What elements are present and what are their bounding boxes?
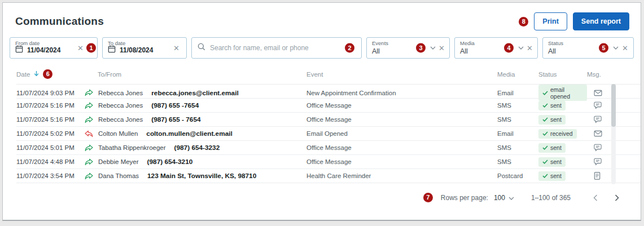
status-badge: received: [538, 129, 577, 139]
sort-desc-icon[interactable]: [34, 70, 39, 78]
row-contact: 123 Main St, Townsville, KS, 98710: [147, 172, 256, 180]
print-button[interactable]: Print: [534, 12, 567, 30]
next-page-icon[interactable]: [615, 194, 619, 201]
status-text: sent: [550, 102, 562, 109]
table-row[interactable]: 11/07/2024 3:54 PM Dana Thomas 123 Main …: [16, 169, 641, 183]
outgoing-arrow-icon: [84, 89, 93, 96]
row-contact: (987) 655 -7654: [151, 101, 199, 109]
communications-page: Communications 8 Print Send report From …: [2, 2, 641, 221]
row-contact: colton.mullen@client.email: [146, 130, 232, 138]
table-row[interactable]: 11/07/2024 9:03 PM Rebecca Jones rebecca…: [16, 85, 641, 99]
chevron-down-icon[interactable]: [613, 46, 619, 50]
row-name: Rebecca Jones: [98, 102, 143, 109]
check-icon: [542, 144, 548, 151]
annotation-badge-2: 2: [345, 43, 354, 53]
envelope-icon[interactable]: [594, 90, 602, 96]
row-event: Email Opened: [306, 130, 497, 137]
row-name: Tabatha Rippenkroeger: [98, 144, 166, 151]
check-icon: [542, 102, 548, 109]
clear-from-date-icon[interactable]: ✕: [77, 45, 84, 52]
sms-bubble-icon[interactable]: [594, 101, 602, 109]
sms-bubble-icon[interactable]: [594, 116, 602, 123]
postcard-icon[interactable]: [594, 172, 601, 180]
row-media: Email: [497, 130, 538, 137]
rows-per-page-label: Rows per page:: [441, 194, 488, 202]
check-icon: [542, 90, 548, 96]
column-header-status: Status: [538, 71, 587, 78]
row-event: New Appointment Confirmation: [306, 90, 497, 96]
row-name: Debbie Meyer: [98, 158, 139, 165]
clear-status-icon[interactable]: ✕: [622, 45, 628, 52]
table-body: 11/07/2024 9:03 PM Rebecca Jones rebecca…: [16, 85, 641, 183]
table-row[interactable]: 11/07/2024 4:48 PM Debbie Meyer (987) 65…: [16, 155, 641, 169]
column-header-date[interactable]: Date 6: [16, 69, 84, 79]
row-media: SMS: [497, 144, 538, 151]
table-row[interactable]: 11/07/2024 5:16 PM Rebecca Jones (987) 6…: [16, 113, 641, 127]
row-name: Rebecca Jones: [98, 116, 143, 123]
table-row[interactable]: 11/07/2024 5:01 PM Tabatha Rippenkroeger…: [16, 141, 641, 155]
chevron-down-icon[interactable]: [430, 46, 436, 50]
events-filter[interactable]: Events All 3 ✕: [366, 37, 450, 59]
status-badge: sent: [538, 101, 566, 110]
row-date: 11/07/2024 3:54 PM: [16, 172, 84, 179]
row-date: 11/07/2024 5:01 PM: [16, 144, 84, 151]
annotation-badge-7: 7: [423, 193, 433, 202]
previous-page-icon[interactable]: [593, 194, 598, 201]
clear-to-date-icon[interactable]: ✕: [173, 45, 179, 52]
clear-events-icon[interactable]: ✕: [439, 45, 445, 52]
status-text: sent: [550, 116, 562, 123]
outgoing-arrow-icon: [84, 116, 93, 123]
chevron-down-icon[interactable]: [518, 46, 524, 50]
status-badge: email opened: [538, 85, 587, 101]
status-text: received: [550, 130, 573, 137]
column-header-tofrom: To/From: [84, 71, 306, 78]
to-date-filter[interactable]: To date 11/08/2024 ✕: [102, 37, 187, 59]
from-date-filter[interactable]: From date 11/04/2024 ✕ 1: [10, 37, 98, 59]
row-date: 11/07/2024 5:16 PM: [16, 116, 84, 123]
from-date-value: 11/04/2024: [27, 46, 60, 54]
incoming-arrow-icon: [84, 130, 93, 138]
row-media: Postcard: [497, 172, 538, 179]
rows-per-page-select[interactable]: 100: [494, 194, 514, 202]
search-filter[interactable]: 2: [191, 37, 362, 59]
search-input[interactable]: [210, 44, 356, 52]
media-filter[interactable]: Media All 4 ✕: [454, 37, 538, 59]
table-scrollbar[interactable]: [611, 84, 616, 184]
table-row[interactable]: 11/07/2024 5:16 PM Rebecca Jones (987) 6…: [16, 99, 641, 113]
status-text: sent: [550, 172, 562, 179]
row-media: Email: [497, 90, 538, 96]
outgoing-arrow-icon: [84, 102, 93, 109]
sms-bubble-icon[interactable]: [594, 158, 602, 166]
calendar-icon: [15, 45, 23, 55]
row-event: Health Care Reminder: [306, 172, 497, 179]
status-badge: sent: [538, 115, 566, 125]
envelope-icon[interactable]: [594, 130, 602, 137]
status-badge: sent: [538, 143, 566, 153]
pagination-range: 1–100 of 365: [531, 194, 571, 202]
check-icon: [542, 116, 548, 123]
column-header-media: Media: [497, 71, 538, 78]
annotation-badge-8: 8: [519, 17, 528, 26]
clear-media-icon[interactable]: ✕: [527, 45, 533, 52]
row-contact: (987) 655 - 7654: [151, 116, 200, 123]
scrollbar-thumb[interactable]: [611, 84, 616, 127]
topbar: Communications 8 Print Send report: [3, 3, 641, 37]
status-filter[interactable]: Status All 5 ✕: [542, 37, 634, 59]
table-row[interactable]: 11/07/2024 5:02 PM Colton Mullen colton.…: [16, 127, 641, 141]
row-contact: (987) 654-3210: [147, 158, 193, 166]
table-header: Date 6 To/From Event Media Status Msg.: [16, 66, 641, 85]
column-header-msg: Msg.: [587, 71, 610, 78]
pagination-bar: 7 Rows per page: 100 1–100 of 365: [3, 183, 641, 202]
status-value: All: [548, 47, 556, 55]
events-value: All: [372, 47, 380, 55]
row-contact: (987) 654-3232: [174, 144, 220, 152]
calendar-icon: [108, 45, 116, 55]
send-report-button[interactable]: Send report: [573, 12, 629, 30]
check-icon: [542, 130, 548, 137]
page-title: Communications: [15, 15, 104, 28]
annotation-badge-5: 5: [599, 43, 608, 53]
date-header-label: Date: [16, 71, 30, 78]
sms-bubble-icon[interactable]: [594, 144, 602, 152]
row-name: Rebecca Jones: [98, 90, 143, 96]
chevron-down-icon: [509, 194, 514, 202]
